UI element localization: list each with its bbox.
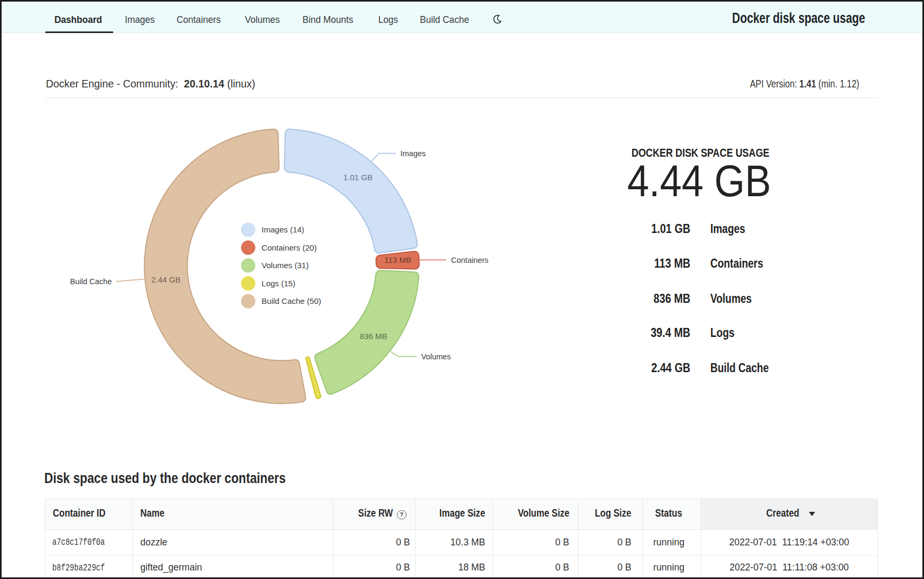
svg-text:39.4 MB: 39.4 MB [651, 325, 690, 340]
svg-text:1.01 GB: 1.01 GB [651, 221, 690, 236]
svg-text:Logs: Logs [711, 325, 735, 340]
svg-text:2.44 GB: 2.44 GB [651, 360, 690, 375]
svg-text:1.01 GB: 1.01 GB [343, 173, 372, 182]
svg-text:Images: Images [401, 149, 426, 158]
svg-text:Build Cache: Build Cache [711, 360, 769, 375]
svg-text:Images (14): Images (14) [261, 225, 304, 234]
svg-text:Build Cache: Build Cache [70, 277, 111, 286]
svg-text:836 MB: 836 MB [360, 332, 387, 341]
svg-text:Volumes: Volumes [421, 352, 451, 361]
svg-text:Containers: Containers [711, 256, 763, 271]
svg-text:836 MB: 836 MB [654, 291, 690, 305]
svg-text:Containers: Containers [451, 256, 489, 264]
svg-text:Volumes: Volumes [711, 291, 752, 306]
svg-text:Images: Images [711, 221, 745, 236]
svg-text:4.44 GB: 4.44 GB [627, 156, 771, 206]
svg-text:Volumes (31): Volumes (31) [261, 261, 308, 270]
svg-text:2.44 GB: 2.44 GB [151, 275, 180, 284]
svg-text:Containers (20): Containers (20) [261, 243, 316, 252]
svg-text:Logs (15): Logs (15) [261, 279, 295, 288]
svg-text:113 MB: 113 MB [385, 255, 412, 264]
svg-text:113 MB: 113 MB [654, 256, 690, 270]
svg-text:Build Cache (50): Build Cache (50) [261, 296, 321, 305]
